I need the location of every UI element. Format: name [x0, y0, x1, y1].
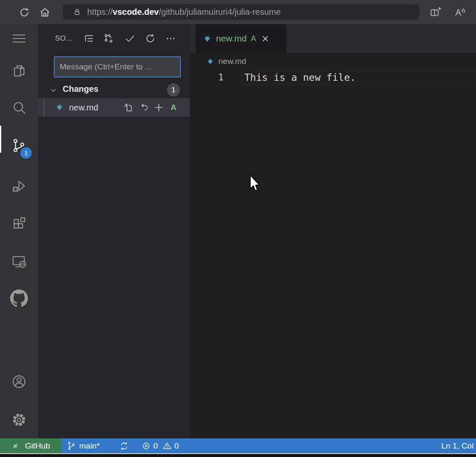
line-number: 1	[190, 71, 224, 85]
account-button[interactable]	[10, 372, 28, 391]
refresh-button[interactable]	[18, 6, 30, 19]
extensions-icon	[11, 215, 28, 232]
split-screen-button[interactable]	[429, 6, 442, 19]
search-icon	[11, 99, 28, 116]
source-control-badge: 1	[20, 147, 32, 159]
branch-icon	[66, 441, 76, 451]
change-file-name: new.md	[69, 98, 98, 117]
url-scheme: https://	[87, 7, 113, 17]
url-path: /github/juliamuiruri4/julia-resume	[159, 7, 281, 17]
sidebar-item-run-debug[interactable]	[10, 177, 28, 195]
more-actions-icon	[165, 33, 177, 44]
code-line: This is a new file.	[244, 71, 356, 85]
split-screen-icon	[429, 7, 442, 18]
browser-toolbar: https://vscode.dev/github/juliamuiruri4/…	[0, 0, 476, 24]
view-as-tree-icon	[83, 33, 95, 44]
remote-indicator-icon	[11, 441, 21, 451]
activity-bar: 1	[0, 24, 38, 438]
tab-git-decoration: A	[251, 34, 256, 43]
sidebar-item-remote-explorer[interactable]	[10, 252, 28, 271]
remote-explorer-icon	[11, 253, 28, 270]
stage-icon	[153, 102, 164, 113]
warning-count: 0	[174, 441, 179, 451]
sync-status-item[interactable]	[119, 438, 129, 453]
changes-section-header[interactable]: Changes 1	[38, 83, 190, 97]
markdown-file-icon	[202, 34, 212, 44]
error-icon	[141, 441, 151, 451]
active-view-indicator	[0, 126, 1, 153]
open-file-icon	[123, 102, 133, 113]
refresh-scm-icon	[144, 33, 156, 44]
refresh-icon	[19, 7, 30, 18]
git-status-letter: A	[171, 98, 177, 117]
create-branch-button[interactable]	[102, 32, 116, 45]
source-control-header: SO...	[38, 24, 190, 53]
sidebar-item-github[interactable]	[10, 289, 28, 308]
breadcrumb-file: new.md	[219, 57, 246, 66]
cursor-position-item[interactable]: Ln 1, Col 2	[441, 438, 476, 453]
branch-name: main*	[79, 441, 100, 451]
discard-changes-button[interactable]	[139, 102, 150, 113]
read-aloud-icon	[454, 7, 466, 18]
error-count: 0	[153, 441, 158, 451]
create-branch-icon	[103, 33, 115, 44]
sidebar-item-explorer[interactable]	[10, 62, 28, 80]
read-aloud-button[interactable]	[453, 6, 466, 19]
editor-group: new.md A new.md 1 This is a new file.	[190, 24, 476, 438]
cursor-position: Ln 1, Col 2	[441, 441, 476, 451]
sidebar-item-source-control[interactable]: 1	[10, 136, 28, 155]
sidebar-item-search[interactable]	[10, 99, 28, 117]
code-area[interactable]: 1 This is a new file.	[190, 70, 476, 438]
window-bottom-edge	[0, 453, 476, 457]
commit-button[interactable]	[123, 32, 137, 45]
sidebar-item-extensions[interactable]	[10, 214, 28, 233]
tab-newmd[interactable]: new.md A	[196, 24, 286, 53]
branch-status-item[interactable]: main*	[66, 438, 100, 453]
discard-icon	[140, 102, 150, 113]
markdown-file-icon	[206, 57, 215, 66]
tree-indent-guide	[44, 98, 44, 117]
close-icon	[261, 35, 269, 43]
menu-button[interactable]	[10, 29, 28, 48]
account-icon	[11, 373, 28, 390]
view-as-tree-button[interactable]	[82, 32, 96, 45]
changes-count-badge: 1	[167, 83, 180, 96]
tab-label: new.md	[216, 33, 246, 44]
tab-bar: new.md A	[190, 24, 476, 53]
address-bar[interactable]: https://vscode.dev/github/juliamuiruri4/…	[63, 4, 419, 20]
warning-icon	[162, 441, 172, 451]
stage-changes-button[interactable]	[153, 102, 164, 113]
settings-gear-icon	[11, 411, 28, 428]
run-debug-icon	[11, 178, 28, 195]
status-bar: GitHub main* 0 0 Ln 1, Col 2	[0, 438, 476, 453]
change-row-newmd[interactable]: new.md A	[38, 98, 190, 117]
url-domain: vscode.dev	[113, 7, 159, 17]
panel-title: SO...	[55, 24, 72, 53]
remote-label: GitHub	[25, 441, 50, 451]
source-control-panel: SO... Changes 1	[38, 24, 190, 438]
remote-indicator[interactable]: GitHub	[0, 438, 61, 453]
commit-icon	[124, 33, 136, 44]
vscode-workbench: 1 SO...	[0, 24, 476, 438]
home-icon	[39, 6, 51, 18]
changes-section-label: Changes	[63, 84, 98, 94]
home-button[interactable]	[39, 6, 51, 19]
chevron-down-icon	[49, 86, 58, 96]
breadcrumb[interactable]: new.md	[190, 53, 476, 70]
lock-icon	[73, 8, 81, 17]
menu-icon	[11, 30, 28, 47]
open-file-button[interactable]	[122, 102, 133, 113]
github-icon	[10, 289, 28, 307]
close-tab-button[interactable]	[261, 35, 269, 43]
explorer-icon	[11, 63, 28, 80]
refresh-repository-button[interactable]	[144, 32, 157, 45]
commit-message-input[interactable]	[54, 56, 181, 77]
sync-icon	[119, 441, 129, 451]
settings-button[interactable]	[10, 410, 28, 429]
problems-status-item[interactable]: 0 0	[141, 438, 179, 453]
more-actions-button[interactable]	[164, 32, 177, 45]
markdown-file-icon	[55, 102, 64, 114]
